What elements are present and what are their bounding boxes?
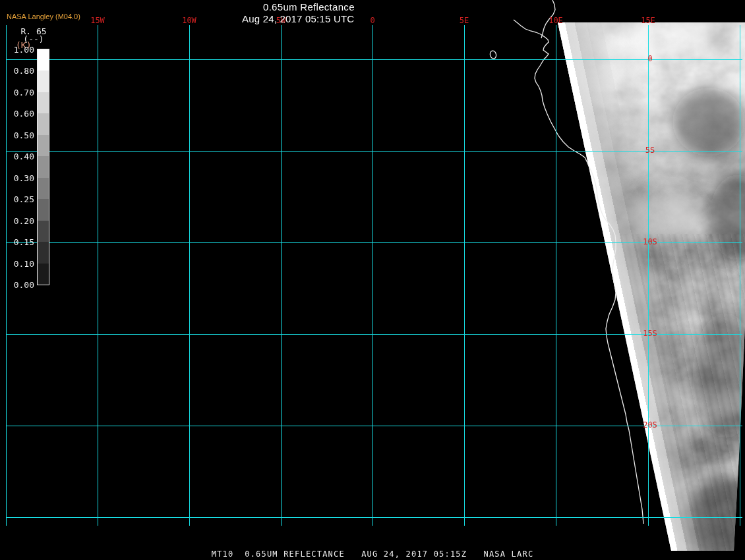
gridline-longitude xyxy=(98,25,98,526)
latitude-label-20S: 20S xyxy=(643,420,657,430)
colorbar-tick-0.60: 0.60 xyxy=(3,109,34,119)
colorbar-tick-0.00: 0.00 xyxy=(3,280,34,290)
gridline-longitude xyxy=(648,25,649,526)
gridline-latitude xyxy=(6,426,742,426)
colorbar-tick-0.40: 0.40 xyxy=(3,152,34,161)
gridline-longitude xyxy=(189,25,190,526)
page-subtitle-datetime: Aug 24, 2017 05:15 UTC xyxy=(242,13,354,24)
colorbar-segment xyxy=(38,92,49,113)
colorbar-segment xyxy=(38,156,49,177)
colorbar-tick-0.10: 0.10 xyxy=(3,259,34,269)
gridline-latitude xyxy=(6,151,742,152)
gridline-longitude xyxy=(740,25,740,526)
colorbar-segment xyxy=(38,113,49,134)
gridline-longitude xyxy=(6,25,7,526)
colorbar-segment xyxy=(38,135,49,156)
colorbar-tick-1.00: 1.00 xyxy=(3,45,34,55)
colorbar-segment xyxy=(38,178,49,199)
footer-caption: MT10 0.65UM REFLECTANCE AUG 24, 2017 05:… xyxy=(212,549,534,559)
longitude-label-0: 0 xyxy=(370,16,374,25)
colorbar-segment xyxy=(38,199,49,220)
graticule-grid: 15W10W5W05E10E15E05S10S15S20S xyxy=(0,0,745,560)
colorbar-segment xyxy=(38,221,49,242)
colorbar-segment xyxy=(38,242,49,263)
gridline-longitude xyxy=(464,25,465,526)
colorbar-tick-0.70: 0.70 xyxy=(3,88,34,98)
credit-text: NASA Langley (M04.0) xyxy=(7,13,80,20)
gridline-longitude xyxy=(281,25,282,526)
colorbar-tick-0.15: 0.15 xyxy=(3,237,34,247)
latitude-label-10S: 10S xyxy=(643,237,657,246)
colorbar-tick-0.30: 0.30 xyxy=(3,173,34,183)
longitude-label-10E: 10E xyxy=(549,16,563,25)
colorbar-segment xyxy=(38,264,49,285)
colorbar-segment xyxy=(38,70,49,92)
gridline-latitude xyxy=(6,59,742,60)
gridline-latitude xyxy=(6,517,742,518)
colorbar xyxy=(37,49,49,285)
gridline-longitude xyxy=(556,25,556,526)
latitude-label-5S: 5S xyxy=(645,146,655,155)
colorbar-tick-0.50: 0.50 xyxy=(3,130,34,140)
latitude-label-0: 0 xyxy=(647,54,652,63)
longitude-label-10W: 10W xyxy=(182,16,196,25)
latitude-label-15S: 15S xyxy=(643,329,657,338)
satellite-image-viewer: 15W10W5W05E10E15E05S10S15S20S R. 65 (--)… xyxy=(0,0,745,560)
gridline-latitude xyxy=(6,242,742,243)
colorbar-tick-0.25: 0.25 xyxy=(3,194,34,204)
page-title: 0.65um Reflectance xyxy=(263,1,355,13)
longitude-label-5E: 5E xyxy=(460,16,469,25)
gridline-longitude xyxy=(372,25,373,526)
longitude-label-15E: 15E xyxy=(641,16,655,25)
colorbar-tick-0.80: 0.80 xyxy=(3,66,34,76)
colorbar-tick-0.20: 0.20 xyxy=(3,216,34,226)
colorbar-segment xyxy=(38,49,49,70)
longitude-label-15W: 15W xyxy=(90,16,105,25)
gridline-latitude xyxy=(6,334,742,335)
